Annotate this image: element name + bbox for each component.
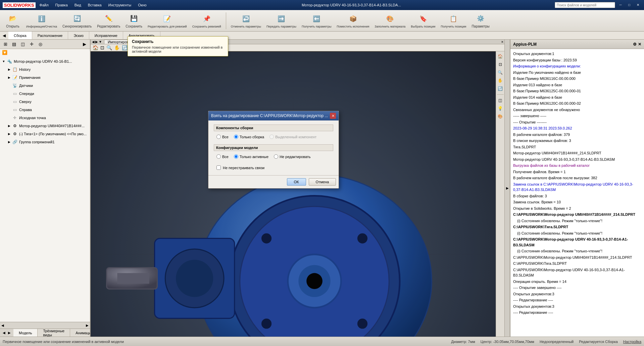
no-rebuild-checkbox[interactable] (216, 165, 221, 170)
radio-only-assembly[interactable]: Только сборка (234, 135, 264, 139)
modal-title-bar: Взять на редактирование C:\APPIUSWORK\Мо… (208, 111, 339, 120)
modal-section-config: Конфигурации модели Все Только активные … (214, 144, 333, 160)
modal-buttons: ОК Отмена (208, 175, 339, 188)
radio-config-all-input[interactable] (216, 154, 221, 159)
radio-config-no-edit-label: Не редактировать (280, 155, 310, 159)
radio-config-all-label: Все (222, 155, 229, 159)
radio-config-no-edit[interactable]: Не редактировать (274, 154, 310, 159)
modal-section-config-title: Конфигурации модели (214, 144, 333, 151)
radio-group-config: Все Только активные Не редактировать (214, 153, 333, 160)
dialog-ok-button[interactable]: ОК (287, 178, 306, 186)
radio-all-components[interactable]: Все (216, 135, 229, 139)
dialog-cancel-button[interactable]: Отмена (309, 178, 336, 186)
modal-section-assembly: Компоненты сборки Все Только сборка Выде… (214, 125, 333, 140)
radio-config-all[interactable]: Все (216, 154, 229, 159)
radio-all-input[interactable] (216, 135, 221, 139)
radio-only-assembly-input[interactable] (234, 135, 238, 139)
radio-config-active-input[interactable] (234, 154, 238, 159)
checkbox-row: Не перестраивать связи (214, 164, 333, 171)
radio-selected-component: Выделенный компонент (269, 135, 316, 139)
radio-config-no-edit-input[interactable] (274, 154, 278, 159)
modal-body: Компоненты сборки Все Только сборка Выде… (208, 120, 339, 175)
radio-all-label: Все (222, 135, 229, 139)
radio-group-assembly: Все Только сборка Выделенный компонент (214, 133, 333, 140)
radio-config-active[interactable]: Только активные (234, 154, 268, 159)
modal-section-assembly-title: Компоненты сборки (214, 125, 333, 131)
radio-config-active-label: Только активные (240, 155, 268, 159)
modal-title: Взять на редактирование C:\APPIUSWORK\Мо… (211, 113, 328, 118)
radio-selected-input (269, 135, 274, 139)
modal-dialog: Взять на редактирование C:\APPIUSWORK\Мо… (208, 111, 339, 189)
radio-selected-label: Выделенный компонент (275, 135, 316, 139)
radio-only-assembly-label: Только сборка (240, 135, 264, 139)
modal-close-button[interactable]: ✕ (330, 113, 336, 119)
no-rebuild-label: Не перестраивать связи (223, 166, 264, 170)
modal-overlay: Взять на редактирование C:\APPIUSWORK\Мо… (0, 0, 644, 346)
